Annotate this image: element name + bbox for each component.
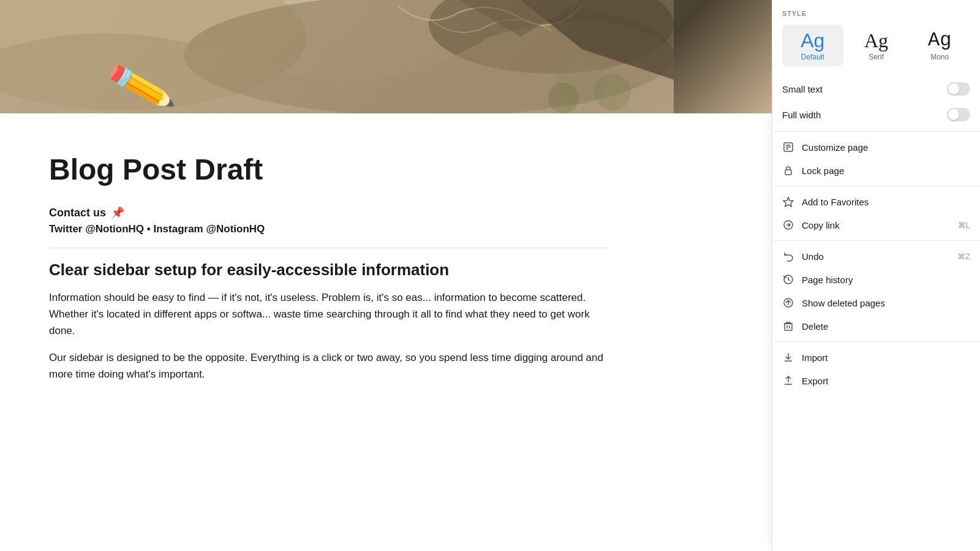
menu-item-page-history[interactable]: Page history [772,268,980,291]
svg-rect-19 [785,324,792,330]
menu-item-undo[interactable]: Undo ⌘Z [772,245,980,268]
show-deleted-label: Show deleted pages [802,298,885,308]
menu-item-import[interactable]: Import [772,346,980,369]
menu-item-delete[interactable]: Delete [772,314,980,338]
show-deleted-icon [782,297,794,309]
menu-item-lock-page[interactable]: Lock page [772,159,980,182]
divider-2 [772,186,980,186]
svg-point-8 [548,83,579,113]
style-label: STYLE [782,10,970,17]
font-option-default[interactable]: Ag Default [782,25,843,66]
dropdown-panel: STYLE Ag Default Ag Serif Ag Mono Small … [772,0,980,551]
customize-page-label: Customize page [802,142,868,153]
import-icon [782,351,794,363]
svg-marker-14 [783,197,793,207]
social-line: Twitter @NotionHQ • Instagram @NotionHQ [49,223,606,248]
customize-page-icon [782,141,794,153]
full-width-toggle[interactable] [947,108,970,121]
small-text-label: Small text [782,84,823,94]
divider-4 [772,341,980,342]
menu-item-customize-page[interactable]: Customize page [772,135,980,159]
font-option-mono[interactable]: Ag Mono [909,25,970,66]
menu-item-export[interactable]: Export [772,369,980,392]
font-option-serif[interactable]: Ag Serif [846,25,907,66]
small-text-toggle[interactable] [947,82,970,96]
svg-point-7 [594,74,631,110]
divider-3 [772,240,980,241]
delete-icon [782,320,794,332]
font-mono-label: Mono [930,53,949,61]
hero-image: ✏️ [0,0,772,113]
contact-heading: Contact us 📌 [49,206,606,219]
small-text-row: Small text [772,76,980,102]
page-content: Blog Post Draft Contact us 📌 Twitter @No… [0,113,655,417]
export-icon [782,374,794,387]
page-history-label: Page history [802,275,853,285]
body-text-2: Our sidebar is designed to be the opposi… [49,349,606,382]
full-width-row: Full width [772,102,980,127]
export-label: Export [802,376,828,386]
svg-rect-13 [785,170,791,175]
undo-label: Undo [802,251,824,262]
contact-emoji: 📌 [111,206,124,219]
lock-page-icon [782,164,794,177]
undo-icon [782,250,794,262]
copy-link-icon [782,219,794,231]
font-default-label: Default [801,53,824,61]
menu-item-show-deleted[interactable]: Show deleted pages [772,291,980,314]
menu-item-copy-link[interactable]: Copy link ⌘L [772,213,980,237]
body-text-1: Information should be easy to find — if … [49,289,606,340]
copy-link-label: Copy link [802,220,840,230]
menu-item-add-favorites[interactable]: Add to Favorites [772,190,980,213]
page-history-icon [782,273,794,286]
style-section: STYLE Ag Default Ag Serif Ag Mono [772,0,980,76]
page-title: Blog Post Draft [49,153,606,186]
copy-link-shortcut: ⌘L [958,221,970,230]
full-width-label: Full width [782,110,821,120]
main-content: ✏️ Blog Post Draft Contact us 📌 Twitter … [0,0,772,551]
lock-page-label: Lock page [802,165,844,176]
undo-shortcut: ⌘Z [957,252,970,261]
font-default-preview: Ag [801,31,824,50]
delete-label: Delete [802,321,828,332]
add-favorites-icon [782,196,794,208]
font-serif-preview: Ag [864,31,888,50]
divider-1 [772,131,980,132]
font-serif-label: Serif [869,53,884,61]
font-options: Ag Default Ag Serif Ag Mono [782,25,970,66]
font-mono-preview: Ag [928,31,951,50]
hero-background: ✏️ [0,0,772,113]
add-favorites-label: Add to Favorites [802,197,869,207]
import-label: Import [802,352,828,363]
section-title: Clear sidebar setup for easily-accessibl… [49,260,606,279]
